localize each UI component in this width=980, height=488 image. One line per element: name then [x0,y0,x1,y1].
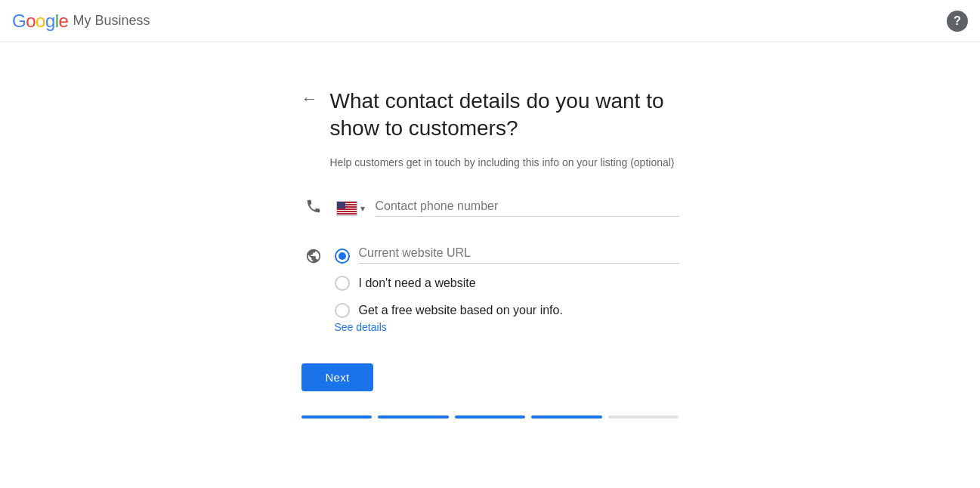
radio-current-website[interactable] [335,249,350,264]
url-input-wrapper [359,246,679,264]
globe-icon [301,248,326,269]
option-current-website [335,246,679,264]
option-no-website: I don't need a website [335,276,679,291]
see-details-link[interactable]: See details [335,321,679,333]
option-free-website: Get a free website based on your info. [335,303,679,318]
google-wordmark: Google [12,11,68,32]
phone-input-wrapper [376,199,679,217]
page-title: What contact details do you want to show… [330,88,664,143]
logo: Google My Business [12,11,150,32]
chevron-down-icon: ▾ [360,203,365,214]
progress-segment-2 [378,415,449,419]
website-section: I don't need a website Get a free websit… [301,246,679,333]
back-arrow[interactable]: ← [301,91,318,107]
progress-segment-4 [531,415,602,419]
app-name: My Business [73,13,150,29]
form-container: ← What contact details do you want to sh… [301,88,679,419]
phone-row: ▾ [301,198,679,219]
radio-no-website[interactable] [335,276,350,291]
progress-segment-1 [301,415,373,419]
us-flag-icon [336,201,357,216]
no-website-label: I don't need a website [359,276,476,290]
country-code-dropdown[interactable]: ▾ [335,198,366,219]
phone-input[interactable] [376,199,679,213]
header: Google My Business ? [0,0,980,42]
phone-icon [301,198,326,219]
website-url-input[interactable] [359,246,679,260]
radio-free-website[interactable] [335,303,350,318]
main-content: ← What contact details do you want to sh… [0,42,980,449]
website-row: I don't need a website Get a free websit… [301,246,679,318]
free-website-label: Get a free website based on your info. [359,304,563,317]
progress-segment-5 [608,415,679,419]
help-icon[interactable]: ? [947,11,968,32]
progress-segment-3 [455,415,526,419]
page-subtitle: Help customers get in touch by including… [330,155,679,171]
progress-bar [301,415,679,419]
website-options: I don't need a website Get a free websit… [335,246,679,318]
next-button[interactable]: Next [301,363,374,391]
title-row: ← What contact details do you want to sh… [301,88,679,143]
